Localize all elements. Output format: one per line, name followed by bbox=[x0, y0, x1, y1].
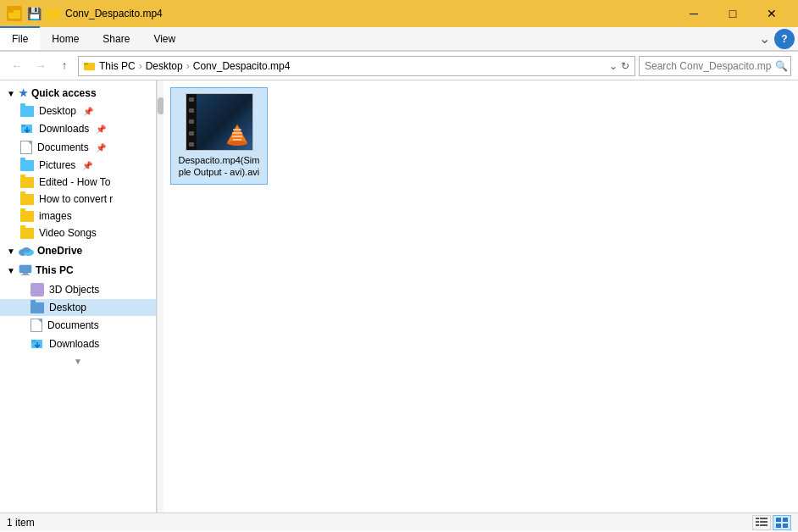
detail-view-button[interactable] bbox=[752, 515, 771, 530]
sidebar-item-pictures[interactable]: Pictures 📌 bbox=[0, 157, 156, 174]
sidebar-item-videosongs[interactable]: Video Songs bbox=[0, 224, 156, 241]
address-refresh-icon[interactable]: ↻ bbox=[621, 60, 629, 72]
sidebar-item-pc-documents[interactable]: Documents bbox=[0, 316, 156, 335]
videosongs-folder-icon bbox=[20, 228, 34, 239]
sidebar-item-pc-downloads[interactable]: Downloads bbox=[0, 335, 156, 353]
tab-file[interactable]: File bbox=[0, 26, 40, 50]
window-title: Conv_Despacito.mp4 bbox=[65, 8, 163, 19]
sidebar-howto-label: How to convert r bbox=[39, 193, 113, 205]
file-thumbnail bbox=[186, 93, 253, 151]
tile-view-button[interactable] bbox=[773, 515, 791, 530]
howto-folder-icon bbox=[20, 194, 34, 205]
svg-point-8 bbox=[22, 247, 30, 252]
sidebar-item-downloads[interactable]: Downloads 📌 bbox=[0, 119, 156, 138]
sidebar-item-howto[interactable]: How to convert r bbox=[0, 191, 156, 208]
vlc-cone-icon bbox=[225, 123, 249, 147]
svg-rect-24 bbox=[760, 521, 768, 523]
quick-access-star-icon: ★ bbox=[19, 87, 28, 99]
search-icon: 🔍 bbox=[775, 60, 788, 72]
folder-title-icon bbox=[47, 9, 60, 19]
svg-rect-30 bbox=[783, 524, 788, 528]
svg-rect-26 bbox=[760, 524, 768, 526]
address-folder-icon bbox=[84, 60, 96, 72]
sidebar-item-edited[interactable]: Edited - How To bbox=[0, 174, 156, 191]
pin-icon-4: 📌 bbox=[82, 161, 92, 170]
sidebar: ▼ ★ Quick access Desktop 📌 bbox=[0, 80, 157, 513]
sidebar-3dobjects-label: 3D Objects bbox=[49, 284, 99, 296]
film-hole-4 bbox=[189, 131, 194, 136]
ribbon: File Home Share View ⌄ ? bbox=[0, 27, 798, 52]
status-bar: 1 item bbox=[0, 513, 798, 531]
svg-rect-29 bbox=[776, 524, 781, 528]
address-bar[interactable]: This PC › Desktop › Conv_Despacito.mp4 ⌄… bbox=[78, 56, 635, 76]
tab-view[interactable]: View bbox=[141, 27, 187, 50]
svg-rect-21 bbox=[756, 518, 759, 519]
svg-rect-23 bbox=[756, 521, 759, 523]
path-desktop: Desktop bbox=[146, 60, 183, 72]
search-input[interactable] bbox=[645, 60, 772, 72]
sidebar-pc-desktop-label: Desktop bbox=[49, 302, 86, 313]
film-hole-1 bbox=[189, 97, 194, 102]
thispc-header[interactable]: ▼ This PC bbox=[0, 260, 156, 280]
thispc-icon bbox=[19, 263, 32, 277]
title-bar-left: 💾 Conv_Despacito.mp4 bbox=[7, 6, 163, 21]
sidebar-item-images[interactable]: images bbox=[0, 208, 156, 224]
onedrive-header[interactable]: ▼ OneDrive bbox=[0, 241, 156, 260]
svg-rect-5 bbox=[21, 125, 25, 127]
pictures-folder-icon bbox=[20, 160, 34, 171]
sidebar-desktop-label: Desktop bbox=[39, 105, 76, 117]
svg-rect-1 bbox=[8, 10, 14, 13]
desktop-folder-icon bbox=[20, 106, 34, 117]
pc-downloads-icon bbox=[30, 337, 44, 351]
quick-access-label: Quick access bbox=[31, 87, 97, 99]
svg-rect-9 bbox=[19, 265, 31, 273]
svg-point-16 bbox=[227, 141, 247, 146]
svg-rect-3 bbox=[84, 63, 88, 65]
onedrive-expand-icon: ▼ bbox=[7, 247, 15, 256]
edited-folder-icon bbox=[20, 177, 34, 188]
status-item-count: 1 item bbox=[7, 517, 35, 529]
file-grid: Despacito.mp4(Simple Output - avi).avi bbox=[170, 87, 791, 185]
pin-icon: 📌 bbox=[83, 107, 93, 116]
onedrive-icon bbox=[19, 246, 34, 256]
documents-icon bbox=[20, 141, 32, 154]
3dobjects-icon bbox=[30, 283, 44, 296]
up-button[interactable]: ↑ bbox=[54, 56, 75, 76]
sidebar-item-pc-desktop[interactable]: Desktop bbox=[0, 299, 156, 316]
svg-rect-11 bbox=[21, 274, 30, 275]
file-item[interactable]: Despacito.mp4(Simple Output - avi).avi bbox=[170, 87, 268, 185]
minimize-button[interactable]: ─ bbox=[674, 0, 713, 27]
sidebar-item-3dobjects[interactable]: 3D Objects bbox=[0, 280, 156, 299]
sidebar-item-desktop[interactable]: Desktop 📌 bbox=[0, 103, 156, 119]
ribbon-tabs: File Home Share View ⌄ ? bbox=[0, 27, 798, 51]
path-arrow-2: › bbox=[186, 60, 190, 72]
main-area: ▼ ★ Quick access Desktop 📌 bbox=[0, 80, 798, 513]
pin-icon-3: 📌 bbox=[96, 143, 106, 152]
svg-rect-13 bbox=[31, 340, 36, 342]
sidebar-pc-documents-label: Documents bbox=[47, 319, 99, 331]
scroll-down-icon: ▼ bbox=[74, 357, 82, 366]
pc-desktop-icon bbox=[30, 302, 44, 313]
save-icon: 💾 bbox=[27, 7, 42, 20]
address-area: ← → ↑ This PC › Desktop › Conv_Despacito… bbox=[0, 52, 798, 80]
ribbon-collapse-button[interactable]: ⌄ bbox=[754, 29, 774, 49]
scroll-down-area: ▼ bbox=[0, 353, 156, 369]
sidebar-item-documents[interactable]: Documents 📌 bbox=[0, 138, 156, 157]
svg-rect-25 bbox=[756, 524, 759, 526]
path-thispc: This PC bbox=[99, 60, 136, 72]
sidebar-documents-label: Documents bbox=[37, 141, 89, 153]
tab-home[interactable]: Home bbox=[40, 27, 91, 50]
help-button[interactable]: ? bbox=[774, 29, 795, 49]
close-button[interactable]: ✕ bbox=[752, 0, 791, 27]
quick-access-expand-icon: ▼ bbox=[7, 89, 15, 98]
path-file: Conv_Despacito.mp4 bbox=[193, 60, 291, 72]
tab-share[interactable]: Share bbox=[91, 27, 141, 50]
maximize-button[interactable]: □ bbox=[713, 0, 752, 27]
address-chevron-icon[interactable]: ⌄ bbox=[609, 60, 618, 72]
pc-documents-icon bbox=[30, 319, 42, 332]
forward-button[interactable]: → bbox=[30, 56, 51, 76]
sidebar-scrollbar[interactable] bbox=[157, 80, 163, 513]
back-button[interactable]: ← bbox=[7, 56, 27, 76]
quick-access-header[interactable]: ▼ ★ Quick access bbox=[0, 84, 156, 103]
sidebar-pc-downloads-label: Downloads bbox=[49, 338, 99, 350]
